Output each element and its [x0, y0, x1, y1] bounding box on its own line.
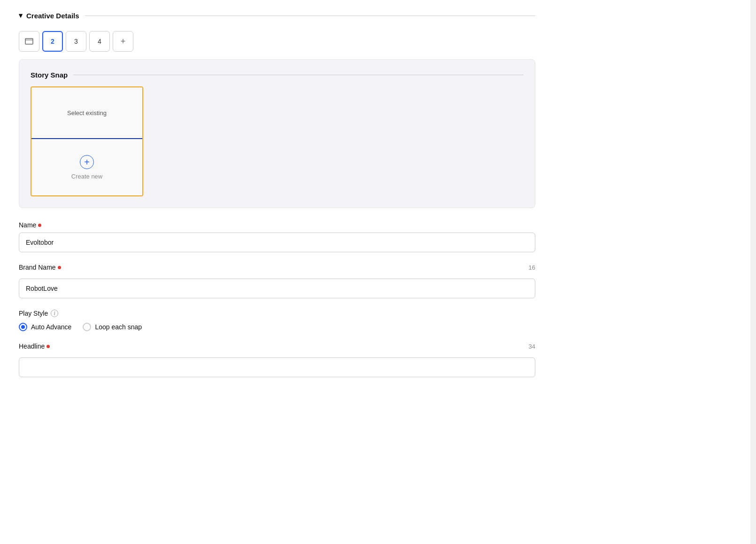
select-existing-label: Select existing — [67, 109, 107, 117]
name-required-indicator — [38, 224, 41, 227]
section-header: ▾ Creative Details — [19, 11, 535, 20]
snap-selector: Select existing + Create new — [31, 86, 143, 196]
loop-each-snap-label: Loop each snap — [95, 323, 142, 331]
loop-each-snap-radio[interactable] — [83, 323, 91, 331]
auto-advance-radio[interactable] — [19, 323, 27, 331]
play-style-info-icon[interactable]: i — [51, 310, 58, 317]
headline-label-row: Headline 34 — [19, 342, 535, 350]
tab-icon[interactable] — [19, 31, 39, 52]
snap-section-header: Story Snap — [31, 71, 524, 79]
brand-name-label: Brand Name — [19, 264, 61, 271]
create-new-icon: + — [80, 155, 94, 169]
brand-name-required-indicator — [58, 266, 61, 269]
scrollbar[interactable] — [750, 0, 756, 389]
tab-add[interactable]: + — [113, 31, 133, 52]
snap-section-divider — [73, 75, 524, 75]
headline-input[interactable] — [19, 357, 535, 377]
tab-bar: 2 3 4 + — [19, 31, 535, 52]
section-title[interactable]: ▾ Creative Details — [19, 11, 79, 20]
snap-section-title: Story Snap — [31, 71, 68, 79]
select-existing-option[interactable]: Select existing — [31, 87, 142, 139]
brand-name-field-group: Brand Name 16 — [19, 264, 535, 298]
tab-3[interactable]: 3 — [66, 31, 86, 52]
play-style-radio-group: Auto Advance Loop each snap — [19, 323, 535, 331]
headline-char-count: 34 — [529, 343, 535, 350]
tab-4[interactable]: 4 — [89, 31, 110, 52]
play-style-label: Play Style i — [19, 310, 535, 317]
loop-each-snap-option[interactable]: Loop each snap — [83, 323, 142, 331]
section-divider — [85, 16, 535, 16]
auto-advance-label: Auto Advance — [31, 323, 71, 331]
brand-name-label-row: Brand Name 16 — [19, 264, 535, 271]
snap-card-area: Story Snap Select existing + Create new — [19, 59, 535, 208]
headline-label: Headline — [19, 342, 50, 350]
headline-required-indicator — [46, 345, 50, 348]
play-style-section: Play Style i Auto Advance Loop each snap — [19, 310, 535, 331]
svg-rect-0 — [25, 39, 33, 44]
name-field-group: Name — [19, 221, 535, 252]
name-input[interactable] — [19, 233, 535, 252]
chevron-icon: ▾ — [19, 11, 23, 20]
section-title-text: Creative Details — [26, 12, 79, 20]
create-new-label: Create new — [71, 173, 102, 180]
auto-advance-option[interactable]: Auto Advance — [19, 323, 71, 331]
create-new-option[interactable]: + Create new — [31, 139, 142, 195]
name-label: Name — [19, 221, 535, 229]
brand-name-input[interactable] — [19, 279, 535, 298]
tab-2[interactable]: 2 — [42, 31, 63, 52]
headline-field-group: Headline 34 — [19, 342, 535, 377]
brand-name-char-count: 16 — [529, 264, 535, 271]
